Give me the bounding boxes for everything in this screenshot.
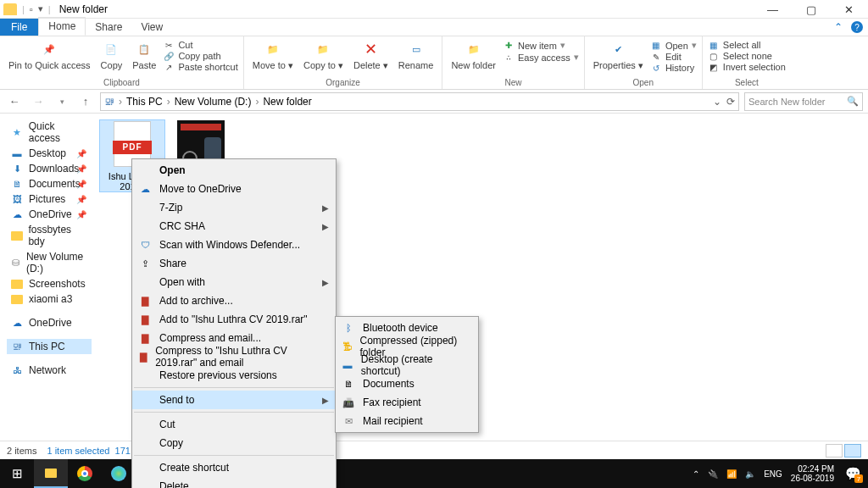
help-icon[interactable]: ? — [851, 21, 863, 33]
back-button[interactable]: ← — [5, 95, 24, 108]
ctx-share[interactable]: ⇪Share — [132, 254, 336, 273]
sidebar-item-downloads[interactable]: ⬇Downloads📌 — [7, 161, 92, 176]
crumb-folder[interactable]: New folder — [263, 96, 311, 108]
ctx-cut[interactable]: Cut — [132, 415, 336, 434]
status-selected: 1 item selected — [47, 446, 109, 456]
sidebar-item-fossbytes[interactable]: fossbytes bdy — [7, 222, 92, 249]
easyaccess-button[interactable]: ⛬Easy access ▾ — [503, 52, 579, 63]
delete-button[interactable]: ✕Delete ▾ — [350, 38, 392, 73]
up-button[interactable]: ↑ — [76, 95, 95, 108]
sidebar-item-screenshots[interactable]: Screenshots — [7, 276, 92, 291]
copy-button[interactable]: 📄Copy — [97, 38, 126, 72]
ctx-defender[interactable]: 🛡Scan with Windows Defender... — [132, 236, 336, 254]
pin-quickaccess-button[interactable]: 📌Pin to Quick access — [5, 38, 94, 72]
notifications-button[interactable]: 💬7 — [843, 463, 863, 484]
close-button[interactable]: ✕ — [830, 0, 868, 19]
search-input[interactable]: Search New folder 🔍 — [744, 92, 863, 111]
sidebar-item-desktop[interactable]: ▬Desktop📌 — [7, 146, 92, 161]
tray-clock[interactable]: 02:24 PM 26-08-2019 — [791, 464, 834, 483]
address-bar: ← → ▾ ↑ 🖳 › This PC › New Volume (D:) › … — [0, 90, 868, 114]
paste-button[interactable]: 📋Paste — [129, 38, 159, 72]
selectall-button[interactable]: ▦Select all — [708, 40, 786, 50]
taskbar: ⊞ ⌃ 🔌 📶 🔈 ENG 02:24 PM 26-08-2019 💬7 — [0, 459, 868, 488]
sendto-fax[interactable]: 📠Fax recipient — [336, 393, 478, 412]
window-title: New folder — [59, 3, 108, 15]
ctx-crcsha[interactable]: CRC SHA▶ — [132, 217, 336, 236]
sidebar-item-onedrive[interactable]: ☁OneDrive📌 — [7, 207, 92, 222]
minimize-button[interactable]: — — [754, 0, 792, 19]
history-button[interactable]: ↺History — [650, 63, 697, 73]
sidebar-item-newvolume[interactable]: ⛁New Volume (D:) — [7, 249, 92, 276]
ctx-createshortcut[interactable]: Create shortcut — [132, 458, 336, 477]
ctx-copy[interactable]: Copy — [132, 434, 336, 452]
start-button[interactable]: ⊞ — [0, 459, 34, 488]
ctx-addtorar[interactable]: ▇Add to "Ishu Luthra CV 2019.rar" — [132, 310, 336, 329]
quickaccess-node[interactable]: ★Quick access — [7, 119, 92, 146]
ctx-restore[interactable]: Restore previous versions — [132, 366, 336, 385]
newitem-button[interactable]: ✚New item ▾ — [503, 40, 579, 51]
tray-lang[interactable]: ENG — [764, 469, 782, 479]
organize-group-label: Organize — [249, 78, 437, 87]
tab-view[interactable]: View — [131, 19, 172, 36]
sendto-mail[interactable]: ✉Mail recipient — [336, 412, 478, 430]
breadcrumb[interactable]: 🖳 › This PC › New Volume (D:) › New fold… — [100, 92, 739, 111]
taskbar-explorer[interactable] — [34, 459, 68, 488]
cut-button[interactable]: ✂Cut — [163, 40, 237, 50]
thispc-node[interactable]: 🖳This PC — [7, 339, 92, 354]
onedrive-node[interactable]: ☁OneDrive — [7, 315, 92, 330]
edit-button[interactable]: ✎Edit — [650, 52, 697, 62]
tab-home[interactable]: Home — [38, 17, 86, 36]
ribbon-collapse-icon[interactable]: ⌃ — [834, 21, 843, 33]
selectnone-button[interactable]: ▢Select none — [708, 51, 786, 61]
qat-properties-icon[interactable]: ▫ — [30, 4, 33, 14]
ctx-7zip[interactable]: 7-Zip▶ — [132, 198, 336, 217]
taskbar-chrome[interactable] — [68, 459, 102, 488]
maximize-button[interactable]: ▢ — [792, 0, 830, 19]
tray-wifi-icon[interactable]: 📶 — [726, 469, 737, 479]
crumb-volume[interactable]: New Volume (D:) — [175, 96, 252, 108]
ctx-addarchive[interactable]: ▇Add to archive... — [132, 291, 336, 310]
sidebar-item-documents[interactable]: 🗎Documents📌 — [7, 176, 92, 191]
moveto-button[interactable]: 📁Move to ▾ — [249, 38, 297, 73]
navigation-pane: ★Quick access ▬Desktop📌 ⬇Downloads📌 🗎Doc… — [0, 114, 92, 467]
ctx-openwith[interactable]: Open with▶ — [132, 273, 336, 291]
sendto-desktop[interactable]: ▬Desktop (create shortcut) — [336, 356, 478, 374]
copyto-button[interactable]: 📁Copy to ▾ — [300, 38, 347, 73]
search-icon: 🔍 — [847, 96, 859, 107]
ctx-move-onedrive[interactable]: ☁Move to OneDrive — [132, 180, 336, 198]
refresh-icon[interactable]: ⟳ — [726, 96, 735, 108]
tab-file[interactable]: File — [0, 19, 38, 36]
tray-volume-icon[interactable]: 🔈 — [745, 469, 755, 479]
invertselection-button[interactable]: ◩Invert selection — [708, 62, 786, 72]
open-button[interactable]: ▦Open ▾ — [650, 40, 697, 51]
titlebar: | ▫ ▾ | New folder — ▢ ✕ — [0, 0, 868, 19]
folder-icon — [3, 3, 17, 15]
crumb-thispc[interactable]: This PC — [126, 96, 163, 108]
newfolder-button[interactable]: 📁New folder — [448, 38, 499, 72]
properties-button[interactable]: ✔Properties ▾ — [590, 38, 647, 73]
tray-chevron-icon[interactable]: ⌃ — [693, 469, 699, 479]
view-icons-button[interactable] — [844, 444, 861, 458]
ctx-sendto[interactable]: Send to▶ — [132, 391, 336, 409]
tray-power-icon[interactable]: 🔌 — [708, 469, 718, 479]
tab-share[interactable]: Share — [86, 19, 131, 36]
ctx-compressto[interactable]: ▇Compress to "Ishu Luthra CV 2019.rar" a… — [132, 347, 336, 366]
view-details-button[interactable] — [826, 444, 843, 458]
pasteshortcut-button[interactable]: ↗Paste shortcut — [163, 62, 237, 72]
taskbar-app[interactable] — [102, 459, 136, 488]
ribbon: 📌Pin to Quick access 📄Copy 📋Paste ✂Cut 🔗… — [0, 36, 868, 90]
rename-button[interactable]: ▭Rename — [395, 38, 437, 72]
copypath-button[interactable]: 🔗Copy path — [163, 51, 237, 61]
ctx-delete[interactable]: Delete — [132, 477, 336, 488]
sendto-documents[interactable]: 🗎Documents — [336, 374, 478, 393]
system-tray: ⌃ 🔌 📶 🔈 ENG 02:24 PM 26-08-2019 💬7 — [693, 463, 868, 484]
new-group-label: New — [448, 78, 578, 87]
qat-newfolder-icon[interactable]: ▾ — [38, 3, 43, 14]
breadcrumb-dropdown-icon[interactable]: ⌄ — [713, 96, 721, 108]
recent-button[interactable]: ▾ — [53, 97, 71, 106]
network-node[interactable]: 🖧Network — [7, 363, 92, 378]
ctx-open[interactable]: Open — [132, 161, 336, 180]
forward-button[interactable]: → — [29, 95, 47, 108]
sidebar-item-xiaomi[interactable]: xiaomi a3 — [7, 291, 92, 307]
sidebar-item-pictures[interactable]: 🖼Pictures📌 — [7, 191, 92, 207]
